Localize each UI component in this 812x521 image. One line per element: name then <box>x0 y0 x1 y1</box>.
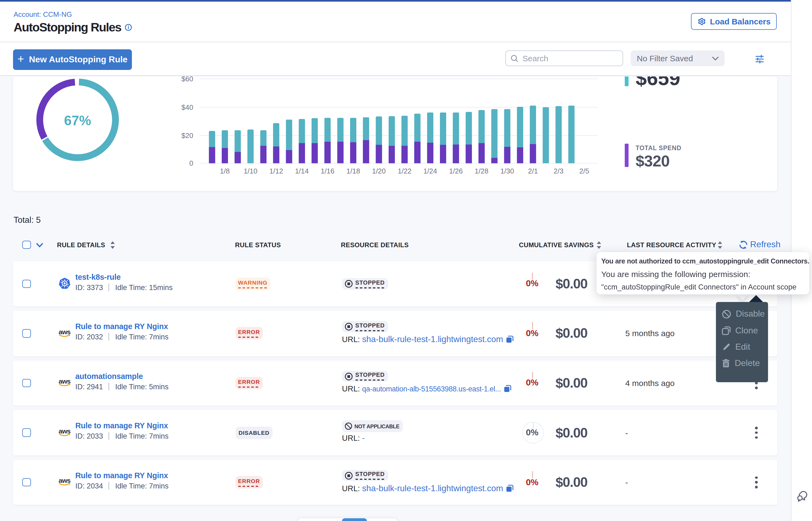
svg-text:1/24: 1/24 <box>423 167 437 175</box>
svg-text:1/28: 1/28 <box>475 167 489 175</box>
svg-text:1/30: 1/30 <box>500 167 514 175</box>
svg-text:aws: aws <box>59 378 70 385</box>
svg-text:1/8: 1/8 <box>220 167 230 175</box>
svg-text:aws: aws <box>59 477 70 484</box>
svg-text:1/20: 1/20 <box>372 167 386 175</box>
svg-text:aws: aws <box>59 328 70 335</box>
svg-text:1/22: 1/22 <box>398 167 411 175</box>
svg-text:0: 0 <box>189 159 193 167</box>
svg-text:2/5: 2/5 <box>579 167 589 175</box>
svg-text:2/1: 2/1 <box>528 167 538 175</box>
svg-text:2/3: 2/3 <box>554 167 563 175</box>
svg-text:1/18: 1/18 <box>346 167 360 175</box>
svg-text:$20: $20 <box>181 131 193 139</box>
svg-text:1/12: 1/12 <box>269 167 283 175</box>
svg-text:$40: $40 <box>181 103 193 111</box>
svg-text:1/14: 1/14 <box>295 167 309 175</box>
svg-text:$60: $60 <box>181 76 193 83</box>
svg-text:1/16: 1/16 <box>321 167 335 175</box>
svg-text:aws: aws <box>59 427 70 434</box>
svg-text:1/10: 1/10 <box>244 167 258 175</box>
svg-text:1/26: 1/26 <box>449 167 463 175</box>
